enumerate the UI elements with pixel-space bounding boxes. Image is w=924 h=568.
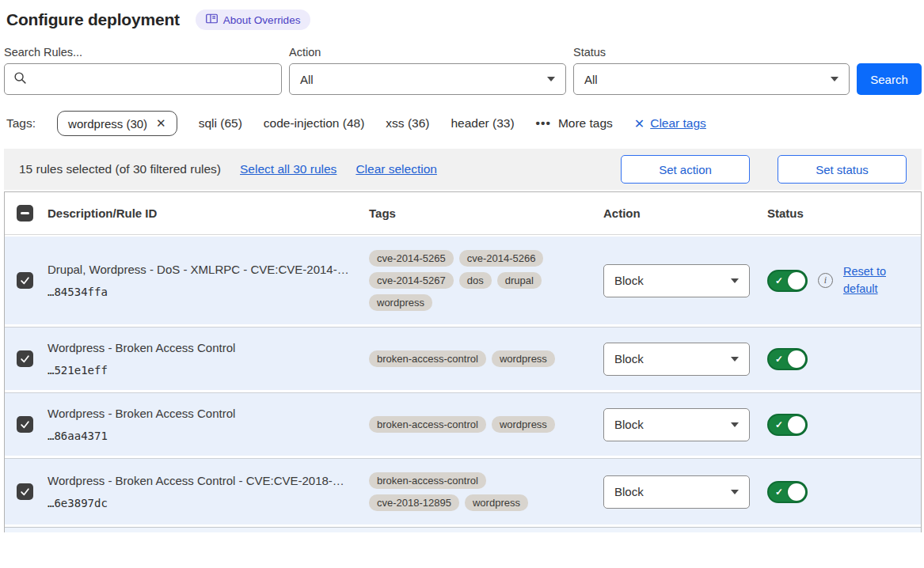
action-label: Action: [289, 46, 566, 59]
about-overrides-label: About Overrides: [223, 14, 301, 26]
tags-cell: broken-access-control cve-2018-12895 wor…: [369, 472, 603, 511]
book-icon: [206, 13, 218, 26]
action-filter-select[interactable]: All: [289, 63, 566, 95]
more-tags-button[interactable]: ••• More tags: [536, 116, 613, 131]
rule-action-value: Block: [614, 352, 644, 365]
status-toggle[interactable]: ✓: [767, 270, 808, 292]
filters-row: Search Rules... Action All Status: [4, 46, 922, 95]
search-icon: [13, 71, 27, 88]
rule-id: …86aa4371: [48, 430, 355, 442]
action-field: Action All: [289, 46, 566, 95]
rule-description: Drupal, Wordpress - DoS - XMLRPC - CVE:C…: [48, 263, 355, 276]
about-overrides-badge[interactable]: About Overrides: [196, 9, 311, 30]
configure-deployment-page: Configure deployment About Overrides Sea…: [0, 0, 924, 532]
tag-line: wordpress: [369, 294, 603, 311]
rule-tag: wordpress: [492, 350, 555, 367]
table-header-row: Description/Rule ID Tags Action Status: [5, 192, 921, 235]
rule-action-select[interactable]: Block: [603, 343, 750, 376]
toggle-knob: [788, 350, 805, 368]
rules-table: Description/Rule ID Tags Action Status D…: [4, 191, 922, 532]
ellipsis-icon: •••: [536, 116, 551, 131]
tags-bar: Tags: wordpress (30) ✕ sqli (65) code-in…: [6, 111, 922, 136]
row-checkbox-cell: [5, 483, 48, 500]
row-checkbox[interactable]: [17, 350, 33, 367]
select-all-rules-link[interactable]: Select all 30 rules: [240, 162, 337, 176]
set-status-button[interactable]: Set status: [778, 155, 907, 184]
rule-action-select[interactable]: Block: [603, 408, 750, 441]
rule-tag: cve-2014-5266: [459, 250, 544, 267]
set-action-button[interactable]: Set action: [621, 155, 750, 184]
row-checkbox[interactable]: [17, 272, 33, 289]
rule-id: …84534ffa: [48, 286, 355, 298]
status-cell: ✓ i Reset to default: [767, 263, 921, 298]
column-header-tags: Tags: [369, 206, 603, 220]
rule-tag: wordpress: [492, 416, 555, 433]
chevron-down-icon: [831, 77, 838, 81]
tags-cell: broken-access-control wordpress: [369, 416, 603, 433]
status-toggle[interactable]: ✓: [767, 414, 808, 436]
rule-tag: wordpress: [465, 494, 528, 511]
tags-cell: cve-2014-5265 cve-2014-5266 cve-2014-526…: [369, 250, 603, 311]
check-icon: [20, 275, 30, 286]
rule-action-value: Block: [614, 274, 644, 287]
rule-id: …6e3897dc: [48, 497, 355, 509]
column-header-description: Description/Rule ID: [48, 206, 369, 220]
table-row: Drupal, Wordpress - DoS - XMLRPC - CVE:C…: [5, 237, 921, 324]
select-all-checkbox[interactable]: [17, 205, 33, 222]
selection-bar: 15 rules selected (of 30 filtered rules)…: [4, 149, 922, 190]
chevron-down-icon: [547, 77, 555, 81]
action-cell: Block: [603, 408, 767, 441]
action-cell: Block: [603, 343, 767, 376]
check-icon: [20, 487, 30, 497]
tags-cell: broken-access-control wordpress: [369, 350, 603, 367]
search-field: Search Rules...: [4, 46, 282, 95]
status-toggle[interactable]: ✓: [767, 481, 808, 503]
row-checkbox-cell: [5, 416, 48, 433]
action-cell: Block: [603, 475, 767, 509]
tag-line: broken-access-control wordpress: [369, 350, 603, 367]
title-row: Configure deployment About Overrides: [6, 9, 922, 30]
info-icon[interactable]: i: [818, 273, 833, 288]
tag-line: cve-2018-12895 wordpress: [369, 494, 603, 511]
rule-description: Wordpress - Broken Access Control: [48, 341, 355, 354]
table-row: Wordpress - Broken Access Control …521e1…: [5, 327, 921, 390]
action-filter-value: All: [300, 73, 314, 86]
row-checkbox[interactable]: [17, 483, 33, 500]
search-button[interactable]: Search: [857, 63, 922, 95]
chevron-down-icon: [731, 357, 739, 362]
chevron-down-icon: [731, 490, 739, 494]
search-input[interactable]: [34, 73, 272, 86]
description-cell: Wordpress - Broken Access Control - CVE:…: [48, 474, 369, 509]
search-input-box[interactable]: [4, 63, 282, 95]
selection-summary: 15 rules selected (of 30 filtered rules): [19, 162, 221, 176]
rule-action-select[interactable]: Block: [603, 264, 750, 297]
next-row-partial: [5, 527, 921, 532]
rule-tag: broken-access-control: [369, 416, 486, 433]
check-icon: ✓: [775, 353, 783, 364]
rule-tag: cve-2014-5265: [369, 250, 454, 267]
check-icon: [20, 354, 30, 364]
rule-action-select[interactable]: Block: [603, 475, 750, 509]
clear-selection-link[interactable]: Clear selection: [356, 162, 437, 176]
rule-description: Wordpress - Broken Access Control - CVE:…: [48, 474, 355, 487]
tag-code-injection[interactable]: code-injection (48): [264, 116, 365, 131]
remove-tag-icon[interactable]: ✕: [156, 116, 166, 131]
reset-to-default-link[interactable]: Reset to default: [843, 263, 892, 298]
column-header-action: Action: [603, 206, 767, 220]
check-icon: [20, 419, 30, 430]
chevron-down-icon: [731, 422, 739, 427]
status-cell: ✓: [767, 414, 921, 436]
tag-sqli[interactable]: sqli (65): [199, 116, 242, 131]
status-toggle[interactable]: ✓: [767, 348, 808, 370]
tag-header[interactable]: header (33): [451, 116, 514, 131]
page-title: Configure deployment: [6, 10, 180, 29]
toggle-knob: [788, 272, 805, 290]
clear-tags-link[interactable]: ✕ Clear tags: [634, 116, 706, 131]
selected-tag-label: wordpress (30): [68, 117, 147, 131]
table-row: Wordpress - Broken Access Control …86aa4…: [5, 392, 921, 456]
selected-tag-wordpress[interactable]: wordpress (30) ✕: [57, 111, 177, 136]
tag-xss[interactable]: xss (36): [386, 116, 429, 131]
row-checkbox[interactable]: [17, 416, 33, 433]
search-label: Search Rules...: [4, 46, 282, 59]
status-filter-select[interactable]: All: [573, 63, 850, 95]
